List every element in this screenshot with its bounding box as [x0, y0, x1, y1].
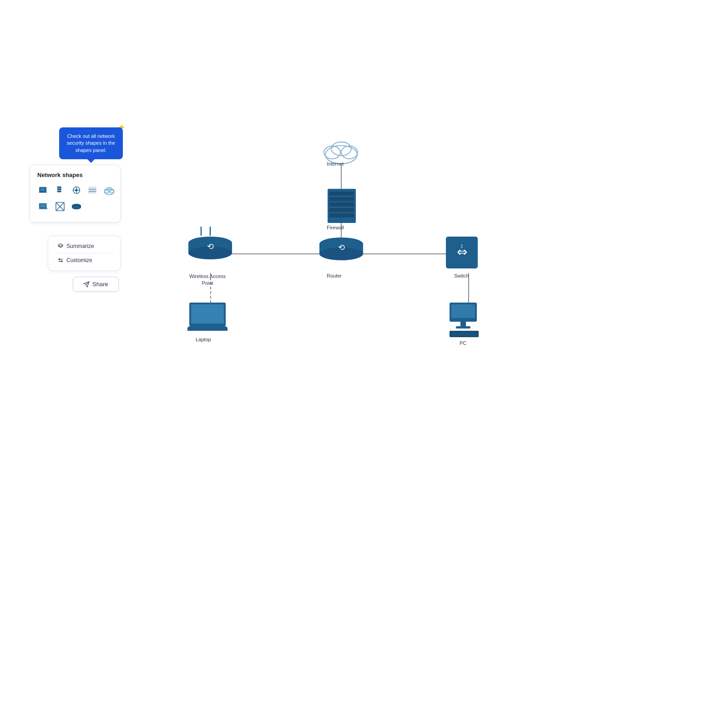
- customize-label: Customize: [66, 257, 92, 263]
- svg-rect-2: [40, 188, 46, 191]
- shape-switch-rack[interactable]: [86, 184, 99, 197]
- network-diagram: ⟲ ⟲ ⇔ ↕: [0, 0, 728, 728]
- share-icon: [83, 281, 90, 288]
- svg-point-41: [331, 142, 351, 156]
- pc-label: PC: [460, 340, 466, 346]
- svg-point-7: [75, 189, 78, 192]
- svg-rect-74: [451, 304, 475, 318]
- share-label: Share: [92, 281, 108, 288]
- svg-point-31: [61, 261, 62, 262]
- svg-point-66: [188, 247, 232, 259]
- svg-rect-59: [319, 244, 363, 254]
- svg-text:⟲: ⟲: [207, 242, 214, 251]
- shapes-panel: Network shapes: [30, 165, 121, 222]
- svg-point-44: [324, 146, 340, 159]
- svg-point-40: [341, 146, 358, 159]
- customize-button[interactable]: Customize: [55, 255, 114, 266]
- shapes-grid: [37, 184, 113, 213]
- internet-label: Internet: [327, 161, 344, 167]
- summarize-label: Summarize: [66, 243, 94, 249]
- svg-rect-3: [57, 187, 61, 188]
- svg-rect-48: [329, 192, 354, 196]
- switch-icon: ⇔ ↕: [446, 237, 478, 268]
- svg-rect-72: [191, 304, 224, 324]
- svg-rect-5: [57, 191, 61, 192]
- svg-text:⟲: ⟲: [338, 243, 345, 252]
- summarize-button[interactable]: Summarize: [55, 241, 114, 252]
- svg-point-60: [319, 248, 363, 260]
- svg-rect-4: [57, 188, 61, 190]
- shape-network-devices[interactable]: [70, 184, 83, 197]
- laptop-icon: [187, 303, 228, 331]
- svg-rect-78: [451, 332, 477, 336]
- svg-rect-20: [40, 204, 46, 207]
- svg-rect-47: [328, 189, 356, 223]
- svg-point-45: [341, 146, 358, 159]
- internet-cloud-icon: [323, 142, 359, 164]
- shape-cross-switch[interactable]: [54, 200, 66, 213]
- svg-rect-51: [329, 208, 354, 212]
- svg-point-46: [331, 142, 351, 156]
- svg-point-39: [324, 146, 340, 159]
- svg-rect-71: [189, 303, 226, 326]
- wap-icon: ⟲: [188, 227, 232, 259]
- svg-point-30: [59, 259, 60, 260]
- svg-point-42: [323, 142, 359, 162]
- svg-text:⇔: ⇔: [457, 245, 467, 259]
- svg-rect-52: [329, 213, 354, 217]
- svg-rect-76: [456, 326, 470, 329]
- shapes-panel-title: Network shapes: [37, 172, 113, 178]
- customize-icon: [57, 257, 64, 263]
- shape-laptop[interactable]: [37, 184, 50, 197]
- svg-rect-75: [460, 322, 466, 326]
- router-label: Router: [327, 273, 342, 278]
- divider: [55, 253, 114, 253]
- svg-rect-77: [450, 331, 479, 337]
- pc-icon: [450, 303, 479, 337]
- shape-server[interactable]: [54, 184, 66, 197]
- svg-text:↕: ↕: [460, 242, 464, 249]
- svg-point-64: [188, 237, 232, 249]
- svg-rect-65: [188, 243, 232, 253]
- summarize-icon: [57, 243, 64, 249]
- svg-rect-12: [89, 187, 96, 194]
- switch-label: Switch: [454, 273, 469, 278]
- share-button[interactable]: Share: [73, 277, 119, 292]
- svg-point-58: [319, 238, 363, 250]
- firewall-icon: [328, 189, 356, 223]
- svg-rect-73: [450, 303, 477, 322]
- shape-router-small[interactable]: [70, 200, 83, 213]
- svg-rect-50: [329, 202, 354, 207]
- svg-rect-68: [446, 237, 478, 268]
- callout-tooltip: Check out all network security shapes in…: [59, 127, 123, 159]
- laptop-label: Laptop: [196, 337, 211, 342]
- wap-label: Wireless AccessPoint: [189, 273, 226, 287]
- action-panel: Summarize Customize: [48, 236, 121, 271]
- shape-laptop2[interactable]: [37, 200, 50, 213]
- shape-cloud[interactable]: [103, 184, 116, 197]
- router-icon: ⟲: [319, 238, 363, 260]
- svg-rect-49: [329, 197, 354, 201]
- firewall-label: Firewall: [327, 225, 344, 230]
